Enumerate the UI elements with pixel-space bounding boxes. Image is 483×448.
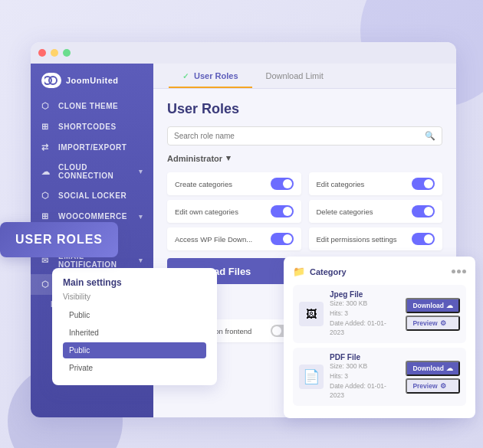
toggle-access-wp[interactable] — [271, 233, 294, 245]
category-header: 📁 Category — [293, 266, 466, 277]
sidebar-label-social: Social Locker — [58, 191, 143, 200]
svg-point-1 — [49, 77, 57, 84]
download-icon: ☁ — [446, 302, 453, 309]
chevron-down-icon-email: ▾ — [139, 257, 143, 264]
jpeg-thumbnail: 🖼 — [299, 302, 324, 326]
shortcodes-icon: ⊞ — [41, 122, 52, 132]
social-icon: ⬡ — [41, 191, 52, 201]
search-bar[interactable]: 🔍 — [167, 126, 442, 146]
chevron-down-icon: ▾ — [139, 168, 143, 175]
import-export-icon: ⇄ — [41, 142, 52, 152]
tab-bar: ✓ User Roles Download Limit — [153, 64, 456, 89]
pdf-info: PDF File Size: 300 KBHits: 3Date Added: … — [330, 353, 399, 401]
dot-yellow — [51, 49, 58, 57]
main-settings-title: Main settings — [63, 277, 206, 288]
visibility-option-public-selected[interactable]: Public — [63, 342, 206, 358]
clone-icon: ⬡ — [41, 101, 52, 111]
pdf-preview-button[interactable]: Preview ⚙ — [406, 378, 460, 394]
folder-icon: 📁 — [293, 266, 305, 277]
download-icon-pdf: ☁ — [446, 365, 453, 372]
sidebar-label-woo: WooCommerce — [58, 212, 133, 221]
jpeg-actions: Download ☁ Preview ⚙ — [406, 298, 460, 331]
visibility-option-public-1[interactable]: Public — [63, 307, 206, 323]
file-item-jpeg: 🖼 Jpeg File Size: 300 KBHits: 3Date Adde… — [293, 285, 466, 343]
jpeg-preview-button[interactable]: Preview ⚙ — [406, 316, 460, 331]
main-settings-card: Main settings Visibility Public Inherite… — [52, 268, 217, 385]
toggle-edit-permissions[interactable] — [412, 233, 435, 245]
visibility-option-inherited[interactable]: Inherited — [63, 325, 206, 341]
settings-icon: ⚙ — [440, 319, 446, 327]
perm-edit-categories: Edit categories — [309, 172, 443, 195]
sidebar-item-shortcodes[interactable]: ⊞ Shortcodes — [31, 116, 153, 137]
toggle-delete-categories[interactable] — [412, 205, 435, 217]
visibility-subtitle: Visibility — [63, 293, 206, 301]
jpeg-info: Jpeg File Size: 300 KBHits: 3Date Added:… — [330, 290, 399, 338]
visibility-option-private[interactable]: Private — [63, 360, 206, 376]
tab-user-roles[interactable]: ✓ User Roles — [169, 64, 252, 88]
perm-edit-permissions: Edit permissions settings — [309, 227, 443, 250]
tab-download-limit[interactable]: Download Limit — [252, 64, 337, 88]
perm-access-wp-file: Access WP File Down... — [167, 227, 301, 250]
pdf-download-button[interactable]: Download ☁ — [406, 361, 460, 376]
chevron-down-icon-woo: ▾ — [139, 213, 143, 221]
perm-edit-own-categories: Edit own categories — [167, 200, 301, 223]
role-chevron-icon: ▾ — [226, 153, 231, 163]
dot-red — [38, 49, 46, 57]
sidebar-label-clone-theme: Clone Theme — [58, 102, 143, 110]
sidebar-item-cloud-connection[interactable]: ☁ Cloud Connection ▾ — [31, 158, 153, 185]
pdf-meta: Size: 300 KBHits: 3Date Added: 01-01-202… — [330, 361, 399, 401]
pdf-filename: PDF File — [330, 353, 399, 361]
jpeg-meta: Size: 300 KBHits: 3Date Added: 01-01-202… — [330, 299, 399, 338]
perm-delete-categories: Delete categories — [309, 200, 443, 223]
jpeg-filename: Jpeg File — [330, 290, 399, 299]
search-input[interactable] — [174, 132, 425, 140]
sidebar-item-import-export[interactable]: ⇄ Import/Export — [31, 137, 153, 158]
sidebar-logo: JoomUnited — [31, 64, 153, 96]
sidebar-label-cloud: Cloud Connection — [58, 163, 133, 180]
file-item-pdf: 📄 PDF File Size: 300 KBHits: 3Date Added… — [293, 348, 466, 406]
browser-titlebar — [31, 42, 456, 64]
role-selector[interactable]: Administrator ▾ — [167, 153, 442, 163]
cloud-icon: ☁ — [41, 167, 52, 177]
sidebar-item-clone-theme[interactable]: ⬡ Clone Theme — [31, 96, 153, 116]
pdf-thumbnail: 📄 — [299, 365, 324, 389]
file-access-icon: ⬡ — [41, 280, 52, 289]
sidebar-item-social-locker[interactable]: ⬡ Social Locker — [31, 185, 153, 206]
check-icon: ✓ — [182, 72, 189, 80]
dot-green — [63, 49, 71, 57]
settings-icon-pdf: ⚙ — [440, 382, 446, 390]
perm-create-categories: Create categories — [167, 172, 301, 195]
user-roles-badge: USER ROLES — [0, 222, 118, 257]
pdf-actions: Download ☁ Preview ⚙ — [406, 361, 460, 394]
dots-icon-2 — [457, 270, 461, 273]
sidebar-label-shortcodes: Shortcodes — [58, 123, 143, 131]
jpeg-download-button[interactable]: Download ☁ — [406, 298, 460, 313]
toggle-edit-own-categories[interactable] — [271, 205, 294, 217]
woo-icon: ⊞ — [41, 211, 52, 221]
logo-icon — [41, 73, 61, 88]
file-category-card: 📁 Category 🖼 Jpeg File Size: 300 KBHits:… — [284, 257, 475, 418]
page-title: User Roles — [167, 101, 442, 117]
search-icon: 🔍 — [425, 131, 435, 141]
visibility-options: Public Inherited Public Private — [63, 307, 206, 376]
sidebar-label-import-export: Import/Export — [58, 143, 143, 152]
logo-text: JoomUnited — [66, 76, 119, 85]
category-label: Category — [310, 267, 347, 276]
toggle-edit-categories[interactable] — [412, 178, 435, 190]
dots-icon-1 — [452, 270, 455, 273]
dots-icon-3 — [462, 270, 466, 273]
toggle-create-categories[interactable] — [271, 178, 294, 190]
